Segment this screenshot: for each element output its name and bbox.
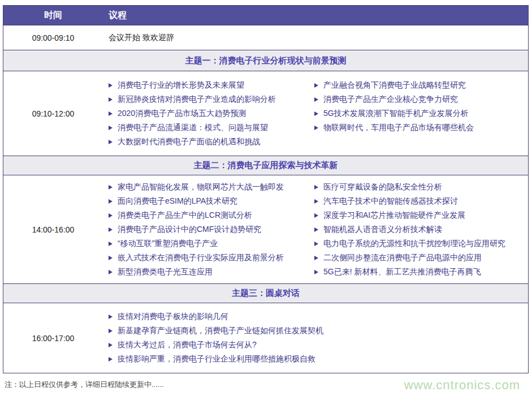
list-item: 疫情对消费电子板块的影响几何 <box>109 310 323 324</box>
bullet-triangle-icon <box>314 270 318 274</box>
bullet-triangle-icon <box>109 242 113 246</box>
list-item: 深度学习和AI芯片推动智能硬件产业发展 <box>314 208 528 222</box>
session2-topics-right: 医疗可穿戴设备的隐私安全性分析 汽车电子技术中的智能传感器技术探讨 深度学习和A… <box>314 180 528 279</box>
topic-text: 疫情对消费电子板块的影响几何 <box>118 312 228 322</box>
topic-text: 嵌入式技术在消费电子行业实际应用及前景分析 <box>118 253 284 263</box>
opening-row: 09:00-09:10 会议开始 致欢迎辞 <box>3 25 528 50</box>
table-header-row: 时间 议程 <box>3 6 528 25</box>
bullet-triangle-icon <box>109 343 113 347</box>
list-item: 产业融合视角下消费电子业战略转型研究 <box>314 78 528 92</box>
session2-row: 14:00-16:00 家电产品智能化发展，物联网芯片大战一触即发 面向消费电子… <box>3 175 528 283</box>
list-item: 汽车电子技术中的智能传感器技术探讨 <box>314 194 528 208</box>
topic-text: 消费电子产品生产企业核心竞争力研究 <box>323 94 458 105</box>
list-item: 物联网时代，车用电子产品市场有哪些机会 <box>314 120 528 135</box>
topic-text: 深度学习和AI芯片推动智能硬件产业发展 <box>323 210 465 221</box>
list-item: 消费电子产品设计中的CMF设计趋势研究 <box>109 222 314 236</box>
site-watermark: www.cntronics.com <box>404 378 520 393</box>
session1-time: 09:10-12:00 <box>3 71 103 156</box>
topic-text: 物联网时代，车用电子产品市场有哪些机会 <box>323 123 474 133</box>
list-item: 消费电子产品流通渠道：模式、问题与展望 <box>109 120 314 135</box>
topic-text: “移动互联”重塑消费电子产业 <box>118 239 218 249</box>
topic-text: 消费电子产品流通渠道：模式、问题与展望 <box>118 123 268 133</box>
bullet-triangle-icon <box>109 256 113 260</box>
column-header-agenda: 议程 <box>103 6 528 25</box>
topic-text: 消费类电子产品生产中的LCR测试分析 <box>118 210 252 221</box>
topic-text: 5G技术发展浪潮下智能手机产业发展分析 <box>323 109 469 119</box>
bullet-triangle-icon <box>314 126 318 130</box>
list-item: 医疗可穿戴设备的隐私安全性分析 <box>314 180 528 194</box>
session1-topics-left: 消费电子行业的增长形势及未来展望 新冠肺炎疫情对消费电子产业造成的影响分析 20… <box>109 78 314 149</box>
list-item: 电力电子系统的无源性和抗干扰控制理论与应用研究 <box>314 236 528 251</box>
bullet-triangle-icon <box>314 185 318 190</box>
opening-text: 会议开始 致欢迎辞 <box>103 25 528 50</box>
bullet-triangle-icon <box>314 242 318 246</box>
agenda-table: 时间 议程 09:00-09:10 会议开始 致欢迎辞 主题一：消费电子行业分析… <box>3 5 529 373</box>
topic-text: 新冠肺炎疫情对消费电子产业造成的影响分析 <box>118 94 276 105</box>
section2-title: 主题二：消费电子应用探索与技术革新 <box>3 156 528 175</box>
session2-time: 14:00-16:00 <box>3 175 103 283</box>
topic-text: 消费电子产品设计中的CMF设计趋势研究 <box>118 225 261 235</box>
topic-text: 疫情影响严重，消费电子行业企业利用哪些措施积极自救 <box>118 354 315 364</box>
bullet-triangle-icon <box>109 185 113 190</box>
bullet-triangle-icon <box>314 111 318 116</box>
opening-time: 09:00-09:10 <box>3 25 103 50</box>
topic-text: 二次侧同步整流在消费电子产品电源中的应用 <box>323 253 482 263</box>
bullet-triangle-icon <box>314 83 318 88</box>
bullet-triangle-icon <box>109 111 113 116</box>
topic-text: 汽车电子技术中的智能传感器技术探讨 <box>323 196 458 206</box>
bullet-triangle-icon <box>109 357 113 361</box>
list-item: 2020消费电子产品市场五大趋势预测 <box>109 106 314 120</box>
topic-text: 产业融合视角下消费电子业战略转型研究 <box>323 80 466 91</box>
topic-text: 面向消费电子eSIM的LPA技术研究 <box>118 196 237 206</box>
list-item: 疫情影响严重，消费电子行业企业利用哪些措施积极自救 <box>109 352 323 367</box>
list-item: 嵌入式技术在消费电子行业实际应用及前景分析 <box>109 251 314 265</box>
topic-text: 智能机器人语音语义分析技术解读 <box>323 225 442 235</box>
list-item: 智能机器人语音语义分析技术解读 <box>314 222 528 236</box>
list-item: 消费类电子产品生产中的LCR测试分析 <box>109 208 314 222</box>
bullet-triangle-icon <box>314 213 318 218</box>
bullet-triangle-icon <box>109 315 113 319</box>
list-item: 新型消费类电子光互连应用 <box>109 265 314 279</box>
bullet-triangle-icon <box>109 83 113 88</box>
topic-text: 新基建孕育产业链商机，消费电子产业链如何抓住发展契机 <box>118 326 323 336</box>
bullet-triangle-icon <box>109 270 113 274</box>
topic-text: 消费电子行业的增长形势及未来展望 <box>118 80 244 91</box>
session3-time: 16:00-17:00 <box>3 303 103 373</box>
list-item: 家电产品智能化发展，物联网芯片大战一触即发 <box>109 180 314 194</box>
bullet-triangle-icon <box>109 199 113 204</box>
list-item: 5G技术发展浪潮下智能手机产业发展分析 <box>314 106 528 120</box>
bullet-triangle-icon <box>314 256 318 260</box>
list-item: 消费电子产品生产企业核心竞争力研究 <box>314 92 528 106</box>
bullet-triangle-icon <box>109 97 113 102</box>
session3-row: 16:00-17:00 疫情对消费电子板块的影响几何 新基建孕育产业链商机，消费… <box>3 303 528 373</box>
bullet-triangle-icon <box>314 199 318 204</box>
list-item: 新基建孕育产业链商机，消费电子产业链如何抓住发展契机 <box>109 324 323 338</box>
topic-text: 新型消费类电子光互连应用 <box>118 267 213 277</box>
list-item: 二次侧同步整流在消费电子产品电源中的应用 <box>314 251 528 265</box>
list-item: “移动互联”重塑消费电子产业 <box>109 236 314 251</box>
list-item: 疫情大考过后，消费电子市场何去何从? <box>109 338 323 352</box>
bullet-triangle-icon <box>109 227 113 232</box>
bullet-triangle-icon <box>109 329 113 333</box>
list-item: 消费电子行业的增长形势及未来展望 <box>109 78 314 92</box>
bullet-triangle-icon <box>109 126 113 130</box>
topic-text: 2020消费电子产品市场五大趋势预测 <box>118 109 246 119</box>
list-item: 大数据时代消费电子产面临的机遇和挑战 <box>109 135 314 149</box>
section1-title: 主题一：消费电子行业分析现状与前景预测 <box>3 50 528 71</box>
topic-text: 疫情大考过后，消费电子市场何去何从? <box>118 340 257 350</box>
topic-text: 大数据时代消费电子产面临的机遇和挑战 <box>118 137 260 147</box>
bullet-triangle-icon <box>109 140 113 144</box>
bullet-triangle-icon <box>314 97 318 102</box>
list-item: 新冠肺炎疫情对消费电子产业造成的影响分析 <box>109 92 314 106</box>
session3-topics: 疫情对消费电子板块的影响几何 新基建孕育产业链商机，消费电子产业链如何抓住发展契… <box>109 310 323 367</box>
topic-text: 家电产品智能化发展，物联网芯片大战一触即发 <box>118 182 284 192</box>
session2-topics-left: 家电产品智能化发展，物联网芯片大战一触即发 面向消费电子eSIM的LPA技术研究… <box>109 180 314 279</box>
session1-row: 09:10-12:00 消费电子行业的增长形势及未来展望 新冠肺炎疫情对消费电子… <box>3 71 528 156</box>
session1-topics-right: 产业融合视角下消费电子业战略转型研究 消费电子产品生产企业核心竞争力研究 5G技… <box>314 78 528 135</box>
list-item: 5G已来! 新材料、新工艺共推消费电子再腾飞 <box>314 265 528 279</box>
bullet-triangle-icon <box>109 213 113 218</box>
section3-title: 主题三：圆桌对话 <box>3 283 528 303</box>
column-header-time: 时间 <box>3 6 103 25</box>
list-item: 面向消费电子eSIM的LPA技术研究 <box>109 194 314 208</box>
footer-note: 注：以上日程仅供参考，详细日程陆续更新中...... <box>5 380 164 390</box>
